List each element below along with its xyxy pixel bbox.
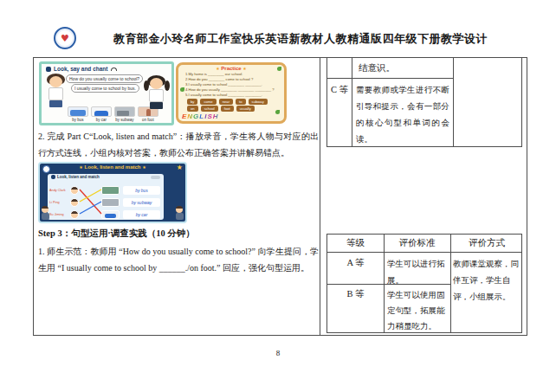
word-chip: near <box>219 99 233 105</box>
transport-label: by car <box>91 118 112 122</box>
table-column-divider <box>320 58 320 335</box>
bus-photo <box>101 186 120 195</box>
student-cartoon <box>41 206 49 221</box>
chant-card-header: Look, say and chant <box>42 64 171 72</box>
transport-option: by car <box>91 106 112 122</box>
match-row: Andy Clark by bus <box>48 185 164 196</box>
textbook-chant-image: Look, say and chant How do you usually c… <box>39 61 174 125</box>
star-icon: ★ <box>177 164 183 171</box>
boy-cartoon <box>44 74 68 122</box>
transport-handwritten-label: by bus <box>123 186 160 195</box>
transport-label: by subway <box>114 118 135 122</box>
transport-option: by subway <box>114 106 135 122</box>
word-chip: subway <box>249 99 268 105</box>
answer-speech-bubble: I usually come to school by bus. <box>71 84 139 93</box>
subway-photo <box>101 198 120 207</box>
word-chip: come <box>200 99 216 105</box>
match-row: Su Jiming by car <box>48 209 164 221</box>
transport-label: by bus <box>68 118 88 122</box>
word-chip: foot <box>221 106 234 112</box>
match-row: Li Ping by subway <box>48 197 164 209</box>
evaluation-table-bottom: 等级 评价标准 评价方式 A 等 学生可以进行拓展。 B 等 学生可以使用固定句… <box>326 234 522 333</box>
transport-handwritten-label: by car <box>123 210 160 219</box>
chant-card-title: Look, say and chant <box>54 66 108 72</box>
word-chip: on <box>187 106 198 112</box>
match-banner-title: Look, listen and match <box>84 164 140 170</box>
leaf-decoration <box>275 110 280 114</box>
english-wordmark: ENGLISH <box>182 112 219 120</box>
sparkle-icon: ★ <box>79 164 82 170</box>
activity-2-paragraph: 2. 完成 Part C“Look, listen and match”：播放录… <box>38 129 319 161</box>
word-chip: to <box>236 99 246 105</box>
match-instruction: Look, listen and match <box>57 175 100 179</box>
person-name: Andy Clark <box>49 189 69 192</box>
audio-player-pill <box>151 176 160 179</box>
textbook-logo-badge <box>42 165 50 173</box>
grade-b-cell: B 等 <box>327 288 384 300</box>
match-activity-image: ★ Look, listen and match ★ ★ Look, liste… <box>38 162 187 223</box>
practice-sentences: 1.My home is ________ our school. 2.How … <box>178 71 284 98</box>
step-3-item-1: 1. 师生示范：教师用 “How do you usually come to … <box>38 244 319 276</box>
word-chip: usually <box>236 106 255 112</box>
grade-c-criteria: 需要教师或学生进行不断引导和提示，会有一部分的核心句型和单词的会读。 <box>356 82 449 148</box>
match-instruction-row: Look, listen and match <box>48 174 164 179</box>
person-name: Li Ping <box>49 201 69 204</box>
word-bank-row-1: by come near to subway <box>178 99 284 105</box>
transport-handwritten-label: by subway <box>123 198 160 207</box>
leaf-decoration <box>180 87 184 92</box>
grade-a-cell: A 等 <box>327 257 384 269</box>
grade-a-criteria: 学生可以进行拓展。 <box>387 256 449 289</box>
word-chip: school <box>201 106 218 112</box>
word-bank-row-2: on school foot usually <box>178 106 284 112</box>
practice-title: Practice <box>221 66 241 71</box>
sparkle-icon: ★ <box>216 66 219 71</box>
word-chip: by <box>187 99 197 105</box>
person-photo <box>70 210 79 219</box>
bus-photo <box>68 106 88 117</box>
person-photo <box>70 186 79 195</box>
practice-sentence: 5.I usually come to school ________ ____… <box>185 93 279 98</box>
evaluation-table-top: 结意识。 C 等 需要教师或学生进行不断引导和提示，会有一部分的核心句型和单词的… <box>326 57 522 147</box>
evaluation-method-cell: 教师课堂观察，同伴互评，学生自评，小组展示。 <box>453 256 522 305</box>
match-banner-row: ★ Look, listen and match ★ <box>40 164 185 170</box>
practice-worksheet-image: ★ Practice ★ 1.My home is ________ our s… <box>176 62 287 124</box>
match-panel: Look, listen and match Andy Clark by bus… <box>48 174 164 220</box>
grade-c-cell: C 等 <box>327 84 352 96</box>
chant-card-body: How do you usually come to school? I usu… <box>42 72 171 124</box>
column-header-method: 评价方式 <box>450 237 523 249</box>
carryover-criteria-text: 结意识。 <box>359 62 395 74</box>
listen-icon <box>46 67 51 72</box>
document-title: 教育部金小玲名师工作室快乐英语新教材人教精通版四年级下册教学设计 <box>61 31 540 47</box>
column-header-grade: 等级 <box>327 237 384 249</box>
sparkle-icon: ★ <box>142 164 145 170</box>
person-name: Su Jiming <box>49 213 69 216</box>
girl-cartoon <box>145 75 169 124</box>
column-header-criteria: 评价标准 <box>384 237 450 249</box>
document-page: ♥ 教育部金小玲名师工作室快乐英语新教材人教精通版四年级下册教学设计 Look,… <box>0 0 556 392</box>
step-3-heading: Step 3：句型运用·调查实践（10 分钟） <box>38 228 195 240</box>
car-photo <box>101 210 120 219</box>
grade-b-criteria: 学生可以使用固定句型，拓展能力稍显吃力。 <box>387 287 449 334</box>
listen-icon <box>51 175 55 179</box>
student-cartoon <box>175 206 184 221</box>
question-speech-bubble: How do you usually come to school? <box>66 74 143 83</box>
leaf-decoration <box>277 67 281 71</box>
car-photo <box>91 106 112 117</box>
subway-photo <box>114 106 135 117</box>
page-number: 8 <box>0 349 556 357</box>
person-photo <box>70 198 79 207</box>
transport-option: by bus <box>68 106 88 122</box>
sparkle-icon: ★ <box>242 66 246 71</box>
headphones-icon <box>111 67 117 71</box>
